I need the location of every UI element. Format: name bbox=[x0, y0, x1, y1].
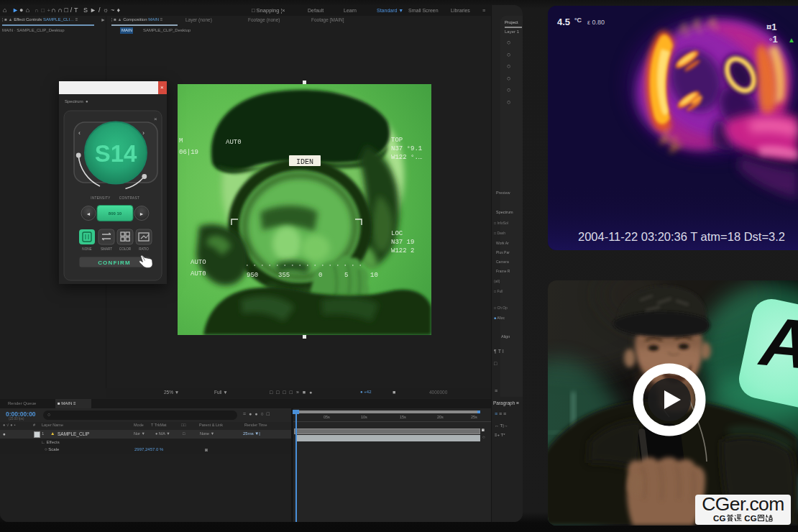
svg-text:800 10: 800 10 bbox=[109, 211, 122, 216]
svg-text:06|19: 06|19 bbox=[179, 149, 198, 156]
svg-text:TOP: TOP bbox=[391, 137, 403, 144]
svg-text:LOC: LOC bbox=[391, 230, 403, 237]
svg-text:INTENSITY: INTENSITY bbox=[91, 196, 111, 200]
svg-text:COLOR: COLOR bbox=[119, 247, 132, 251]
svg-text:CONFIRM: CONFIRM bbox=[98, 260, 131, 266]
svg-text:▲: ▲ bbox=[788, 36, 795, 44]
svg-text:N37 °9.1: N37 °9.1 bbox=[391, 145, 422, 152]
svg-text:◄: ◄ bbox=[86, 211, 91, 216]
svg-text:355: 355 bbox=[278, 272, 290, 279]
svg-text:5: 5 bbox=[344, 272, 348, 279]
svg-text:◦1: ◦1 bbox=[769, 34, 778, 45]
svg-text:×: × bbox=[154, 116, 157, 122]
svg-text:W122 2: W122 2 bbox=[391, 247, 414, 254]
svg-text:NONE: NONE bbox=[82, 247, 91, 251]
svg-text:►: ► bbox=[139, 211, 145, 216]
svg-text:N37 19: N37 19 bbox=[391, 239, 414, 246]
svg-text:S14: S14 bbox=[95, 140, 137, 167]
svg-text:10: 10 bbox=[370, 272, 378, 279]
svg-text:W122 °.…: W122 °.… bbox=[391, 154, 422, 161]
svg-text:RATIO: RATIO bbox=[139, 247, 149, 251]
svg-text:›: › bbox=[142, 129, 145, 137]
svg-text:AUTO: AUTO bbox=[191, 259, 206, 266]
svg-text:¤1: ¤1 bbox=[766, 22, 776, 32]
svg-text:CONTRAST: CONTRAST bbox=[119, 196, 139, 200]
svg-text:AUT0: AUT0 bbox=[191, 270, 206, 278]
svg-text:AUT0: AUT0 bbox=[226, 139, 242, 146]
svg-text:0: 0 bbox=[318, 272, 322, 279]
svg-text:‹: ‹ bbox=[78, 129, 81, 137]
svg-text:950: 950 bbox=[247, 272, 258, 279]
svg-text:ε 0.80: ε 0.80 bbox=[587, 19, 605, 26]
svg-text:2004-11-22 03:20:36 T atm=18 D: 2004-11-22 03:20:36 T atm=18 Dst=3.2 bbox=[578, 230, 785, 243]
svg-text:M: M bbox=[179, 137, 183, 145]
svg-text:SMART: SMART bbox=[101, 247, 112, 251]
svg-text:4.5: 4.5 bbox=[557, 17, 570, 27]
svg-text:°C: °C bbox=[574, 17, 582, 24]
svg-text:IDEN: IDEN bbox=[296, 158, 313, 166]
